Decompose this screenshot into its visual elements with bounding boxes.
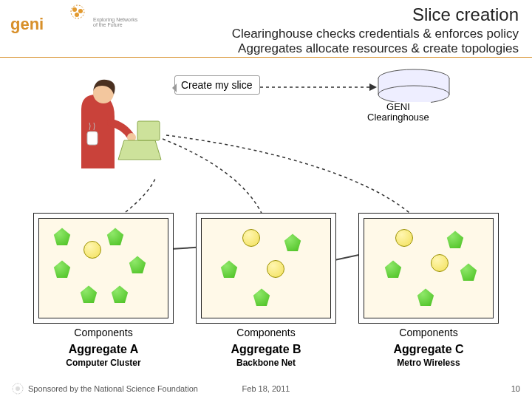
node-yellow-icon bbox=[242, 229, 260, 247]
svg-point-20 bbox=[16, 386, 20, 391]
page-subtitle-2: Aggregates allocate resources & create t… bbox=[232, 41, 519, 56]
node-green-icon bbox=[446, 231, 465, 250]
node-green-icon bbox=[79, 285, 98, 304]
aggregate-row: Components Aggregate A Computer Cluster … bbox=[0, 213, 532, 368]
node-green-icon bbox=[459, 263, 478, 282]
page-subtitle-1: Clearinghouse checks credentials & enfor… bbox=[232, 27, 519, 41]
node-green-icon bbox=[383, 260, 403, 279]
svg-point-15 bbox=[93, 83, 114, 103]
svg-rect-17 bbox=[137, 121, 160, 140]
aggregate-c-title: Aggregate C bbox=[358, 343, 499, 356]
clearinghouse-icon bbox=[378, 69, 449, 103]
node-green-icon bbox=[52, 260, 72, 279]
nsf-badge-icon bbox=[12, 383, 24, 395]
svg-rect-6 bbox=[378, 78, 449, 95]
components-label: Components bbox=[196, 327, 336, 338]
aggregate-c-inner bbox=[364, 218, 494, 318]
aggregate-a: Components Aggregate A Computer Cluster bbox=[33, 213, 174, 368]
svg-point-2 bbox=[78, 9, 83, 13]
node-green-icon bbox=[252, 288, 271, 307]
aggregate-b: Components Aggregate B Backbone Net bbox=[196, 213, 336, 368]
node-green-icon bbox=[283, 233, 302, 253]
brand-logo: geni Exploring Networks of the Future bbox=[7, 4, 137, 40]
node-yellow-icon bbox=[83, 241, 101, 259]
node-green-icon bbox=[219, 260, 239, 279]
node-green-icon bbox=[416, 288, 435, 307]
title-block: Slice creation Clearinghouse checks cred… bbox=[232, 4, 525, 57]
svg-point-16 bbox=[127, 133, 136, 142]
aggregate-b-inner bbox=[201, 218, 331, 318]
logo-tag-1: Exploring Networks bbox=[93, 17, 137, 22]
node-green-icon bbox=[52, 228, 72, 247]
aggregate-a-title: Aggregate A bbox=[33, 343, 174, 356]
components-label: Components bbox=[33, 327, 174, 338]
svg-text:geni: geni bbox=[10, 15, 44, 33]
svg-point-3 bbox=[75, 13, 79, 17]
footer: Sponsored by the National Science Founda… bbox=[0, 383, 532, 395]
svg-rect-14 bbox=[59, 74, 163, 177]
aggregate-c-sub: Metro Wireless bbox=[358, 358, 499, 368]
clearinghouse-label: GENI Clearinghouse bbox=[366, 102, 431, 123]
node-green-icon bbox=[128, 256, 147, 275]
node-yellow-icon bbox=[395, 229, 413, 247]
header: geni Exploring Networks of the Future Sl… bbox=[0, 0, 532, 58]
page-number: 10 bbox=[511, 384, 520, 393]
aggregate-a-inner bbox=[38, 218, 168, 318]
node-yellow-icon bbox=[431, 254, 449, 272]
aggregate-b-sub: Backbone Net bbox=[196, 358, 336, 368]
clearinghouse-line2: Clearinghouse bbox=[367, 112, 429, 123]
aggregate-c: Components Aggregate C Metro Wireless bbox=[358, 213, 499, 368]
aggregate-a-outer bbox=[33, 213, 174, 324]
components-label: Components bbox=[358, 327, 499, 338]
footer-sponsor: Sponsored by the National Science Founda… bbox=[28, 384, 198, 393]
speech-bubble: Create my slice bbox=[174, 75, 260, 95]
node-green-icon bbox=[106, 228, 125, 247]
svg-point-1 bbox=[72, 7, 77, 12]
aggregate-c-outer bbox=[358, 213, 499, 324]
clearinghouse-line1: GENI bbox=[386, 101, 410, 112]
svg-point-5 bbox=[378, 69, 449, 87]
page-title: Slice creation bbox=[232, 4, 519, 25]
aggregate-b-title: Aggregate B bbox=[196, 343, 336, 356]
node-green-icon bbox=[110, 285, 129, 304]
user-icon bbox=[59, 74, 163, 177]
aggregate-a-sub: Computer Cluster bbox=[33, 358, 174, 368]
geni-logo-icon: geni bbox=[7, 4, 89, 40]
footer-date: Feb 18, 2011 bbox=[242, 384, 290, 393]
aggregate-b-outer bbox=[196, 213, 336, 324]
node-yellow-icon bbox=[267, 260, 284, 278]
svg-rect-18 bbox=[87, 132, 98, 145]
diagram-area: Create my slice GENI Clearinghouse Compo… bbox=[0, 58, 532, 361]
logo-tag-2: of the Future bbox=[93, 22, 137, 27]
